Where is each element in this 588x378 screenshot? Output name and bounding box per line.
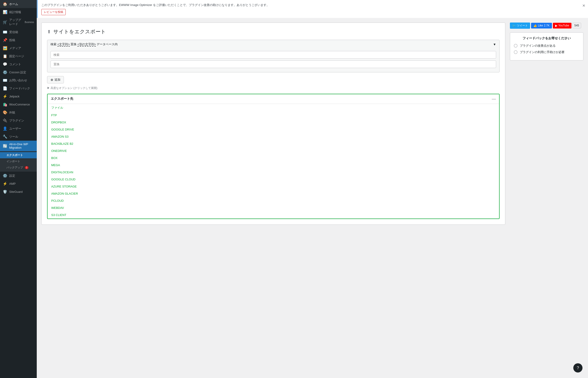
replace-input[interactable] [51,60,496,68]
export-dest-item[interactable]: GOOGLE CLOUD [48,176,499,183]
export-dest-item[interactable]: WEBDAV [48,204,499,211]
notice-text: このプラグインをご利用いただきありがとうございます。EWWW Image Opt… [41,3,269,7]
sidebar-submenu-backup[interactable]: バックアップ 0 [0,164,37,171]
sidebar-item-home[interactable]: 🏠 ホーム [0,0,37,8]
contact-icon: ✉️ [3,78,7,82]
sidebar-item-stats[interactable]: 📊 統計情報 [0,8,37,16]
search-input[interactable] [51,51,496,59]
posts-icon: 📌 [3,38,7,42]
export-dest-item[interactable]: AMAZON S3 [48,133,499,140]
sidebar-item-tools[interactable]: 🔧 ツール [0,133,37,141]
feedback-title: フィードバックをお寄せください [514,36,579,40]
advanced-options[interactable]: ▶ 高度なオプション (クリックして展開) [47,86,500,90]
sidebar-submenu-export[interactable]: エクスポート [0,152,37,158]
sidebar-item-jetpack[interactable]: ⚡ Jetpack [0,92,37,100]
sidebar-label-stats: 統計情報 [9,10,21,14]
sidebar-label-pages: 固定ページ [9,54,24,58]
right-sidebar: 🐦 ツイート 👍 Like 2.7K ▶ YouTube 545 フィードバック… [510,23,583,60]
export-destination-box: エクスポート先 — ファイルFTPDROPBOXGOOGLE DRIVEAMAZ… [47,94,500,219]
sidebar-item-inbox[interactable]: ✉️ 受信箱 [0,28,37,36]
like-button[interactable]: 👍 Like 2.7K [531,23,552,28]
radio-1[interactable] [514,44,518,48]
sidebar-label-amp: AMP [9,182,16,185]
export-dest-item[interactable]: PCLOUD [48,197,499,204]
search-replace-header[interactable]: 検索 <文字列> 置換 <別の文字列> データベース内 ▼ [47,40,499,49]
sidebar-item-posts[interactable]: 📌 投稿 [0,36,37,44]
add-button[interactable]: ⊕ 追加 [47,76,64,83]
allinone-icon: 🔄 [3,144,7,148]
stats-icon: 📊 [3,10,7,14]
sidebar-item-cocoon[interactable]: ⚙️ Cocoon 設定 [0,68,37,76]
comments-icon: 💬 [3,62,7,67]
help-fab[interactable]: ? [573,363,583,373]
export-dest-item[interactable]: BACKBLAZE B2 [48,140,499,147]
like-label: Like [538,24,543,27]
minus-icon[interactable]: — [492,96,496,101]
export-dest-item[interactable]: GOOGLE DRIVE [48,126,499,133]
sidebar-label-posts: 投稿 [9,38,15,42]
youtube-label: YouTube [558,24,569,27]
sidebar-label-settings: 設定 [9,174,15,178]
export-dest-item[interactable]: S3 CLIENT [48,211,499,218]
export-label: エクスポート [6,153,23,157]
help-icon: ? [577,365,579,370]
chevron-down-icon: ▼ [493,42,496,46]
sidebar-item-feedback[interactable]: 📄 フィードバック [0,84,37,92]
sidebar-label-media: メディア [9,46,21,50]
feedback-box: フィードバックをお寄せください プラグインの改善点がある プラグインの利用に手助… [510,32,583,60]
sidebar-item-contact[interactable]: ✉️ お問い合わせ [0,76,37,84]
sidebar-item-settings[interactable]: ⚙️ 設定 [0,172,37,180]
search-input-group [47,49,499,72]
sidebar-item-appearance[interactable]: 🎨 外観 [0,108,37,117]
sidebar-label-inbox: 受信箱 [9,30,18,34]
youtube-count: 545 [572,23,581,28]
export-destination-list: ファイルFTPDROPBOXGOOGLE DRIVEAMAZON S3BACKB… [48,104,499,218]
feedback-option-2[interactable]: プラグインの利用に手助けが必要 [514,50,579,54]
sidebar-item-upgrade[interactable]: 🛒 アップグレード Business [0,16,37,28]
export-dest-item[interactable]: MEGA [48,162,499,169]
settings-icon: ⚙️ [3,174,7,178]
sidebar-item-comments[interactable]: 💬 コメント [0,60,37,68]
facebook-icon: 👍 [533,24,537,27]
export-dest-item[interactable]: DROPBOX [48,119,499,126]
plus-icon: ⊕ [51,78,53,81]
sidebar-submenu-import[interactable]: インポート [0,158,37,164]
sidebar-label-siteguard: SiteGuard [9,190,23,193]
export-dest-title: エクスポート先 [51,97,73,101]
export-dest-item[interactable]: ファイル [48,104,499,112]
review-button[interactable]: レビューを投稿 [41,9,66,15]
export-dest-item[interactable]: ONEDRIVE [48,147,499,154]
woocommerce-icon: 🛍️ [3,102,7,107]
sidebar-item-woocommerce[interactable]: 🛍️ WooCommerce [0,100,37,108]
sidebar-label-allinone: All-in-One WP Migration [9,142,34,149]
sidebar-item-pages[interactable]: 📋 固定ページ [0,52,37,60]
tweet-button[interactable]: 🐦 ツイート [510,23,530,29]
sidebar-label-comments: コメント [9,62,21,67]
feedback-option-1[interactable]: プラグインの改善点がある [514,44,579,48]
twitter-icon: 🐦 [512,24,516,27]
sidebar-item-allinone[interactable]: 🔄 All-in-One WP Migration [0,141,37,151]
sidebar-label-upgrade: アップグレード [9,18,23,26]
notice-close-icon[interactable]: ✕ [582,3,585,9]
export-dest-item[interactable]: AZURE STORAGE [48,183,499,190]
export-dest-item[interactable]: DIGITALOCEAN [48,169,499,176]
top-notice: このプラグインをご利用いただきありがとうございます。EWWW Image Opt… [37,0,588,18]
sidebar-item-plugins[interactable]: 🔌 プラグイン [0,117,37,124]
advanced-label: 高度なオプション [51,86,73,90]
amp-icon: ⚡ [3,182,7,186]
sidebar-item-media[interactable]: 🖼️ メディア [0,44,37,52]
sidebar-item-siteguard[interactable]: 🛡️ SiteGuard [0,188,37,196]
sidebar-label-woocommerce: WooCommerce [9,103,30,106]
export-dest-item[interactable]: AMAZON GLACIER [48,190,499,197]
tools-icon: 🔧 [3,135,7,139]
export-dest-item[interactable]: FTP [48,112,499,119]
radio-2[interactable] [514,50,518,54]
sidebar-label-plugins: プラグイン [9,119,24,123]
sidebar-item-amp[interactable]: ⚡ AMP [0,180,37,188]
sidebar-item-users[interactable]: 👤 ユーザー [0,124,37,133]
inbox-icon: ✉️ [3,30,7,34]
export-dest-item[interactable]: BOX [48,154,499,162]
youtube-button[interactable]: ▶ YouTube [553,23,572,28]
export-panel: ⬆ サイトをエクスポート 検索 <文字列> 置換 <別の文字列> データベース内… [41,23,505,225]
export-title-text: サイトをエクスポート [53,28,106,35]
